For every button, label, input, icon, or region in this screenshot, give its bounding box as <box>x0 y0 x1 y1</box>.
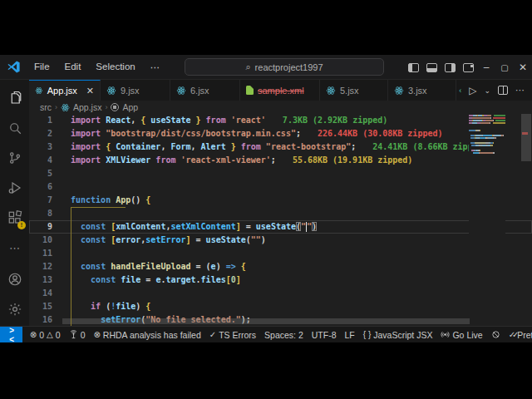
source-control-icon[interactable] <box>0 143 29 173</box>
react-icon <box>394 86 404 96</box>
problems-status[interactable]: ⊗ 0 △ 0 <box>26 330 65 340</box>
horizontal-scrollbar[interactable] <box>62 318 470 324</box>
minimap-line <box>469 127 505 129</box>
prettier-status[interactable]: ✓✓ Prettier <box>505 330 532 340</box>
line-number: 3 <box>29 140 71 154</box>
disabled-extension-icon[interactable] <box>487 330 505 339</box>
run-debug-icon[interactable] <box>0 173 29 203</box>
language-mode-status[interactable]: { } JavaScript JSX <box>359 330 437 340</box>
code-line-12: 12 const handleFileUpload = (e) => { <box>29 260 532 273</box>
import-cost-annotation: 55.68KB (19.91KB zipped) <box>293 155 413 165</box>
remote-indicator[interactable]: >< <box>0 327 22 342</box>
minimap-line <box>469 125 505 126</box>
line-number: 7 <box>29 194 71 207</box>
vertical-scrollbar[interactable] <box>521 114 531 161</box>
go-live-status[interactable]: Go Live <box>436 330 486 340</box>
minimap-line <box>469 145 505 146</box>
eol-status[interactable]: LF <box>341 330 359 340</box>
status-bar: >< ⊗ 0 △ 0 0 ⊗ RHDA analysis has failed … <box>0 326 532 342</box>
check-icon: ✓ <box>209 330 216 339</box>
explorer-icon[interactable] <box>0 83 29 113</box>
minimap-line <box>469 140 505 141</box>
run-file-icon[interactable]: ▷ <box>469 85 476 96</box>
extensions-icon[interactable]: ! <box>0 203 29 233</box>
breadcrumb-separator: › <box>105 103 107 111</box>
tab-5-jsx[interactable]: 5.jsx <box>320 80 388 101</box>
tab-sample-xml[interactable]: sample.xml <box>240 80 320 101</box>
toggle-secondary-sidebar-icon[interactable] <box>445 63 456 72</box>
rhda-status[interactable]: ⊗ RHDA analysis has failed <box>89 330 204 340</box>
code-line-5: 5 <box>29 167 532 180</box>
code-line-13: 13 const file = e.target.files[0] <box>29 273 532 287</box>
breadcrumb-file[interactable]: App.jsx <box>73 102 101 112</box>
code-line-11: 11 <box>29 247 532 260</box>
accounts-icon[interactable] <box>0 264 29 294</box>
menu-selection[interactable]: Selection <box>89 59 141 76</box>
menu-file[interactable]: File <box>27 59 57 76</box>
run-dropdown-icon[interactable]: ⌄ <box>484 86 490 95</box>
code-line-3: 3import { Container, Form, Alert } from … <box>29 140 532 154</box>
tab-label-deleted: sample.xml <box>258 86 304 96</box>
xml-file-icon <box>246 86 254 95</box>
window-close-button[interactable]: ✕ <box>514 62 532 73</box>
code-line-10: 10 const [error,setError] = useState("") <box>29 234 532 247</box>
line-number: 1 <box>29 114 71 127</box>
tab-label: 6.jsx <box>190 86 209 96</box>
menu-edit[interactable]: Edit <box>58 59 88 76</box>
code-line-15: 15 if (!file) { <box>29 300 532 313</box>
menu-overflow[interactable]: ⋯ <box>144 59 167 76</box>
code-line-8: 8 <box>29 207 532 220</box>
encoding-status[interactable]: UTF-8 <box>308 330 341 340</box>
line-number: 12 <box>29 260 71 273</box>
react-icon <box>176 86 186 96</box>
tab-9-jsx[interactable]: 9.jsx <box>101 80 170 101</box>
window-minimize-button[interactable]: – <box>477 62 495 73</box>
minimap-line <box>469 147 505 149</box>
line-number: 8 <box>29 207 71 220</box>
breadcrumb-symbol[interactable]: App <box>122 102 138 112</box>
split-editor-icon[interactable] <box>498 86 508 95</box>
import-cost-annotation: 7.3KB (2.92KB zipped) <box>283 116 387 125</box>
search-icon: ⌕ <box>245 62 250 72</box>
tab-scroll-left-icon[interactable]: ‹ <box>459 86 461 95</box>
window-restore-button[interactable]: ▢ <box>495 63 514 72</box>
search-sidebar-icon[interactable] <box>0 113 29 143</box>
react-icon <box>35 86 43 96</box>
tab-app-jsx[interactable]: App.jsx ✕ <box>29 80 101 101</box>
react-icon <box>326 86 336 96</box>
tab-label: 9.jsx <box>121 86 140 96</box>
code-line-14: 14 <box>29 287 532 300</box>
radio-tower-icon <box>69 330 78 339</box>
tab-close-icon[interactable]: ✕ <box>86 86 94 96</box>
editor-more-actions-icon[interactable]: ⋯ <box>515 85 525 96</box>
minimap-line <box>469 152 505 154</box>
toggle-panel-icon[interactable] <box>426 63 437 72</box>
line-number: 14 <box>29 287 71 300</box>
command-search-input[interactable]: ⌕ reactproject1997 <box>185 58 384 76</box>
customize-layout-icon[interactable] <box>463 63 474 72</box>
line-number: 11 <box>29 247 71 260</box>
more-views-icon[interactable]: ⋯ <box>0 233 29 263</box>
tab-bar: App.jsx ✕ 9.jsx 6.jsx sample.xml 5 <box>29 80 532 101</box>
code-line-6: 6 <box>29 180 532 194</box>
breadcrumb-src[interactable]: src <box>40 102 52 112</box>
settings-gear-icon[interactable] <box>0 294 29 324</box>
toggle-sidebar-icon[interactable] <box>408 63 419 72</box>
code-line-4: 4import XMLViewer from 'react-xml-viewer… <box>29 154 532 167</box>
code-line-2: 2import "bootstrap/dist/css/bootstrap.mi… <box>29 127 532 140</box>
react-icon <box>61 103 70 112</box>
bracket-guide-horizontal <box>71 207 126 208</box>
code-editor[interactable]: 1import React, { useState } from 'react'… <box>29 114 532 326</box>
ts-errors-status[interactable]: ✓ TS Errors <box>205 330 260 340</box>
vscode-logo-icon <box>7 60 21 74</box>
tab-3-jsx[interactable]: 3.jsx <box>388 80 456 101</box>
breadcrumb-separator: › <box>55 103 57 111</box>
minimap[interactable] <box>469 114 505 326</box>
line-number: 13 <box>29 273 71 287</box>
indentation-status[interactable]: Spaces: 2 <box>260 330 308 340</box>
code-line-9: 9 const [xmlContent,setXmlContent] = use… <box>29 220 532 234</box>
import-cost-annotation: 226.44KB (30.08KB zipped) <box>318 129 443 138</box>
tab-6-jsx[interactable]: 6.jsx <box>170 80 240 101</box>
ports-status[interactable]: 0 <box>65 330 90 340</box>
vscode-window: File Edit Selection ⋯ ← → ⌕ reactproject… <box>0 55 532 342</box>
